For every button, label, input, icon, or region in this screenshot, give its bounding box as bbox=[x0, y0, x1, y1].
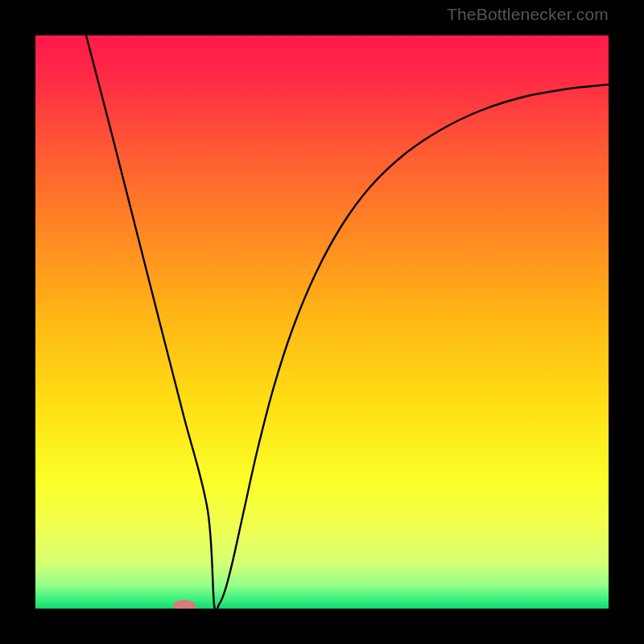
gradient-background bbox=[35, 35, 609, 609]
chart-svg bbox=[35, 35, 609, 609]
plot-area bbox=[35, 35, 609, 609]
chart-frame: TheBottlenecker.com bbox=[0, 0, 644, 644]
watermark-text: TheBottlenecker.com bbox=[447, 5, 609, 24]
